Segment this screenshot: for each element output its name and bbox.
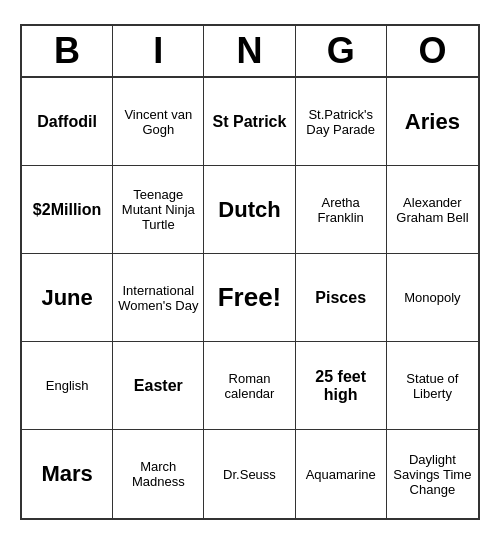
bingo-cell: 25 feet high — [296, 342, 387, 430]
bingo-cell: St Patrick — [204, 78, 295, 166]
bingo-cell: Statue of Liberty — [387, 342, 478, 430]
bingo-cell: St.Patrick's Day Parade — [296, 78, 387, 166]
header-letter: N — [204, 26, 295, 76]
cell-text: International Women's Day — [117, 283, 199, 313]
cell-text: Roman calendar — [208, 371, 290, 401]
bingo-cell: Dutch — [204, 166, 295, 254]
cell-text: Aretha Franklin — [300, 195, 382, 225]
cell-text: Dr.Seuss — [223, 467, 276, 482]
bingo-cell: Alexander Graham Bell — [387, 166, 478, 254]
cell-text: Alexander Graham Bell — [391, 195, 474, 225]
cell-text: Aries — [405, 109, 460, 135]
cell-text: Easter — [134, 377, 183, 395]
bingo-cell: Mars — [22, 430, 113, 518]
cell-text: St Patrick — [213, 113, 287, 131]
bingo-cell: Daffodil — [22, 78, 113, 166]
cell-text: Aquamarine — [306, 467, 376, 482]
cell-text: St.Patrick's Day Parade — [300, 107, 382, 137]
header-letter: B — [22, 26, 113, 76]
bingo-cell: Daylight Savings Time Change — [387, 430, 478, 518]
bingo-header: BINGO — [22, 26, 478, 78]
bingo-cell: Dr.Seuss — [204, 430, 295, 518]
bingo-cell: Free! — [204, 254, 295, 342]
cell-text: Mars — [41, 461, 92, 487]
cell-text: Daylight Savings Time Change — [391, 452, 474, 497]
cell-text: Monopoly — [404, 290, 460, 305]
bingo-cell: Vincent van Gogh — [113, 78, 204, 166]
header-letter: G — [296, 26, 387, 76]
bingo-cell: International Women's Day — [113, 254, 204, 342]
bingo-cell: Roman calendar — [204, 342, 295, 430]
bingo-cell: $2Million — [22, 166, 113, 254]
bingo-cell: Monopoly — [387, 254, 478, 342]
bingo-cell: June — [22, 254, 113, 342]
bingo-cell: Aries — [387, 78, 478, 166]
cell-text: Dutch — [218, 197, 280, 223]
bingo-grid: DaffodilVincent van GoghSt PatrickSt.Pat… — [22, 78, 478, 518]
bingo-cell: March Madness — [113, 430, 204, 518]
cell-text: Statue of Liberty — [391, 371, 474, 401]
bingo-cell: Aretha Franklin — [296, 166, 387, 254]
cell-text: Vincent van Gogh — [117, 107, 199, 137]
header-letter: I — [113, 26, 204, 76]
cell-text: Pisces — [315, 289, 366, 307]
cell-text: English — [46, 378, 89, 393]
bingo-cell: Easter — [113, 342, 204, 430]
bingo-cell: Aquamarine — [296, 430, 387, 518]
header-letter: O — [387, 26, 478, 76]
cell-text: June — [41, 285, 92, 311]
cell-text: $2Million — [33, 201, 101, 219]
cell-text: Daffodil — [37, 113, 97, 131]
bingo-cell: English — [22, 342, 113, 430]
cell-text: Teenage Mutant Ninja Turtle — [117, 187, 199, 232]
bingo-card: BINGO DaffodilVincent van GoghSt Patrick… — [20, 24, 480, 520]
cell-text: Free! — [218, 282, 282, 313]
bingo-cell: Teenage Mutant Ninja Turtle — [113, 166, 204, 254]
bingo-cell: Pisces — [296, 254, 387, 342]
cell-text: March Madness — [117, 459, 199, 489]
cell-text: 25 feet high — [300, 368, 382, 404]
